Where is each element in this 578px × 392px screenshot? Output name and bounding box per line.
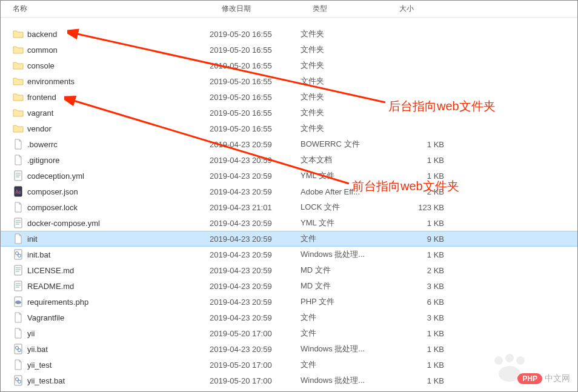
generic-file-icon — [13, 233, 24, 244]
file-size: 1 KB — [394, 376, 449, 385]
file-type: MD 文件 — [301, 281, 394, 291]
file-size: 3 KB — [394, 282, 449, 291]
file-size: 1 KB — [394, 345, 449, 354]
file-date: 2019-04-23 20:59 — [210, 345, 301, 354]
cn-text: 中文网 — [545, 373, 570, 384]
file-size: 9 KB — [394, 234, 449, 244]
file-type: 文件夹 — [301, 107, 394, 118]
file-type: 文本文档 — [301, 154, 394, 165]
generic-file-icon — [13, 139, 24, 150]
file-row[interactable]: .gitignore2019-04-23 20:59文本文档1 KB — [1, 152, 577, 168]
svg-point-22 — [15, 301, 21, 304]
file-row[interactable]: common2019-05-20 16:55文件夹 — [1, 42, 577, 58]
file-date: 2019-05-20 17:00 — [210, 376, 301, 385]
file-size: 123 KB — [394, 203, 449, 212]
svg-rect-13 — [15, 265, 22, 275]
file-name: init.bat — [27, 250, 50, 259]
file-name: .gitignore — [27, 156, 59, 165]
file-row[interactable]: console2019-05-20 16:55文件夹 — [1, 58, 577, 73]
file-name: composer.lock — [27, 203, 78, 212]
file-row[interactable]: requirements.php2019-04-23 20:59PHP 文件6 … — [1, 294, 577, 310]
column-header-type[interactable]: 类型 — [301, 1, 394, 16]
column-header-name[interactable]: 名称 — [1, 1, 210, 16]
file-type: Windows 批处理... — [301, 344, 394, 354]
file-size: 1 KB — [394, 250, 449, 259]
text-file-icon — [13, 218, 24, 228]
file-date: 2019-04-23 20:59 — [210, 297, 301, 307]
file-type: 文件 — [301, 233, 394, 244]
svg-point-31 — [494, 356, 503, 365]
folder-icon — [13, 76, 24, 87]
file-row[interactable]: frontend2019-05-20 16:55文件夹 — [1, 89, 577, 105]
watermark-badge: PHP 中文网 — [517, 373, 570, 384]
file-date: 2019-05-20 16:55 — [210, 45, 301, 55]
file-type: 文件夹 — [301, 44, 394, 55]
file-date: 2019-05-20 17:00 — [210, 360, 301, 370]
text-file-icon — [13, 170, 24, 181]
folder-icon — [13, 107, 24, 118]
file-type: 文件 — [301, 312, 394, 323]
folder-icon — [13, 28, 24, 39]
file-size: 1 KB — [394, 219, 449, 228]
file-row[interactable]: README.md2019-04-23 20:59MD 文件3 KB — [1, 278, 577, 294]
generic-file-icon — [13, 154, 24, 165]
file-row[interactable]: vendor2019-05-20 16:55文件夹 — [1, 121, 577, 136]
file-row[interactable]: Vagrantfile2019-04-23 20:59文件3 KB — [1, 310, 577, 325]
file-date: 2019-04-23 20:59 — [210, 234, 301, 244]
svg-rect-17 — [15, 281, 22, 291]
file-row[interactable]: .bowerrc2019-04-23 20:59BOWERRC 文件1 KB — [1, 136, 577, 152]
file-name: README.md — [27, 282, 74, 291]
file-name: yii — [27, 329, 35, 338]
file-name: init — [27, 234, 38, 244]
folder-icon — [13, 44, 24, 55]
file-row[interactable]: init2019-04-23 20:59文件9 KB — [1, 231, 577, 247]
file-name: codeception.yml — [27, 171, 84, 181]
file-row[interactable]: composer.lock2019-04-23 21:01LOCK 文件123 … — [1, 199, 577, 215]
file-size: 1 KB — [394, 360, 449, 370]
file-row[interactable]: codeception.yml2019-04-23 20:59YML 文件1 K… — [1, 168, 577, 184]
column-header-date[interactable]: 修改日期 — [210, 1, 301, 16]
file-row[interactable]: Aecomposer.json2019-04-23 20:59Adobe Aft… — [1, 184, 577, 199]
file-name: frontend — [27, 93, 56, 102]
file-type: 文件夹 — [301, 28, 394, 39]
file-name: composer.json — [27, 187, 78, 196]
file-name: Vagrantfile — [27, 313, 64, 322]
file-row[interactable]: LICENSE.md2019-04-23 20:59MD 文件2 KB — [1, 262, 577, 278]
folder-icon — [13, 91, 24, 102]
file-type: 文件夹 — [301, 123, 394, 134]
column-header-size[interactable]: 大小 — [394, 1, 449, 16]
file-name: environments — [27, 77, 75, 86]
file-row[interactable]: vagrant2019-05-20 16:55文件夹 — [1, 105, 577, 121]
file-type: LOCK 文件 — [301, 202, 394, 213]
php-file-icon — [13, 296, 24, 307]
file-size: 3 KB — [394, 313, 449, 322]
file-row[interactable]: docker-compose.yml2019-04-23 20:59YML 文件… — [1, 215, 577, 231]
file-name: docker-compose.yml — [27, 219, 100, 228]
file-date: 2019-04-23 21:01 — [210, 203, 301, 212]
file-type: BOWERRC 文件 — [301, 139, 394, 150]
file-type: MD 文件 — [301, 265, 394, 276]
folder-icon — [13, 123, 24, 134]
file-date: 2019-04-23 20:59 — [210, 250, 301, 259]
json-file-icon: Ae — [13, 186, 24, 197]
file-row[interactable]: init.bat2019-04-23 20:59Windows 批处理...1 … — [1, 247, 577, 262]
file-size: 2 KB — [394, 187, 449, 196]
file-type: YML 文件 — [301, 170, 394, 181]
file-name: yii_test.bat — [27, 376, 65, 385]
file-date: 2019-05-20 17:00 — [210, 329, 301, 338]
file-type: PHP 文件 — [301, 296, 394, 307]
file-name: yii.bat — [27, 345, 48, 354]
file-size: 1 KB — [394, 140, 449, 149]
bat-file-icon — [13, 375, 24, 386]
file-type: 文件 — [301, 359, 394, 370]
file-row[interactable]: environments2019-05-20 16:55文件夹 — [1, 73, 577, 89]
file-date: 2019-04-23 20:59 — [210, 266, 301, 275]
file-type: 文件夹 — [301, 76, 394, 87]
file-row[interactable]: yii2019-05-20 17:00文件1 KB — [1, 325, 577, 341]
file-type: 文件 — [301, 328, 394, 339]
file-row[interactable]: backend2019-05-20 16:55文件夹 — [1, 26, 577, 42]
generic-file-icon — [13, 359, 24, 370]
file-date: 2019-04-23 20:59 — [210, 187, 301, 196]
svg-point-33 — [516, 356, 525, 365]
file-date: 2019-04-23 20:59 — [210, 282, 301, 291]
